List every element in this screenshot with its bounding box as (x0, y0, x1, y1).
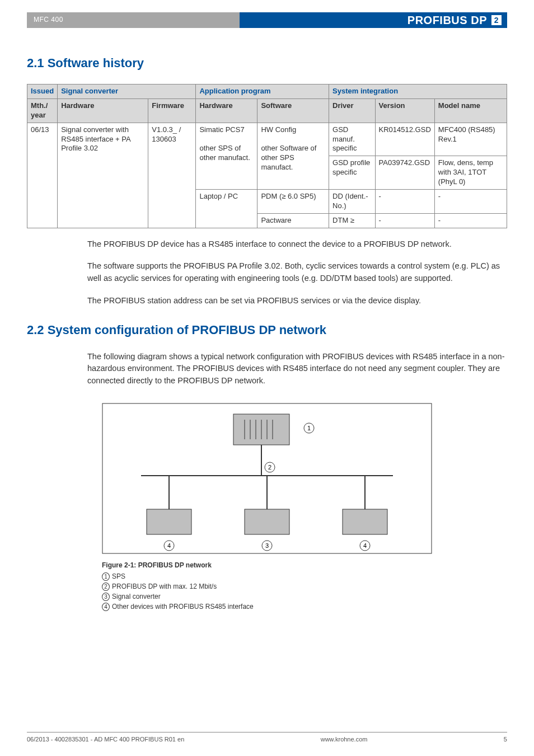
cell-ver2a: - (375, 190, 434, 214)
svg-rect-19 (343, 509, 387, 534)
header-title-bar: PROFIBUS DP 2 (240, 12, 507, 28)
heading-2-2: 2.2 System configuration of PROFIBUS DP … (27, 323, 507, 337)
cell-mdl-b: Flow, dens, temp with 3AI, 1TOT (PhyL 0) (434, 156, 507, 190)
cell-sw-b: other Software of other SPS manufact. (261, 144, 316, 171)
network-diagram: 1 2 4 3 4 Figure 2-1: PROFIBUS DP networ… (102, 403, 432, 612)
cell-sw: HW Config other Software of other SPS ma… (257, 123, 329, 189)
svg-text:1: 1 (307, 425, 311, 431)
cell-ver-a: KR014512.GSD (375, 123, 434, 156)
cell-issued: 06/13 (27, 123, 58, 228)
svg-text:4: 4 (363, 542, 367, 549)
footer-center: www.krohne.com (321, 736, 368, 743)
cell-drv2b: DTM ≥ (329, 213, 376, 228)
cell-mdl-a: MFC400 (RS485) Rev.1 (434, 123, 507, 156)
cell-hw: Signal converter with RS485 interface + … (58, 123, 148, 228)
cell-drv2a: DD (Ident.-No.) (329, 190, 376, 214)
th-system-integration: System integration (329, 84, 507, 99)
cell-sw-a: HW Config (261, 125, 296, 134)
cell-app-hw: Simatic PCS7 other SPS of other manufact… (196, 123, 257, 189)
paragraph-4: The following diagram shows a typical ne… (87, 351, 507, 387)
th-mth-year: Mth./ year (27, 98, 58, 123)
cell-mdl2b: - (434, 213, 507, 228)
th-application-program: Application program (196, 84, 329, 99)
th-issued: Issued (27, 84, 58, 99)
cell-ver-b: PA039742.GSD (375, 156, 434, 190)
cell-fw: V1.0.3_ / 130603 (148, 123, 196, 228)
cell-mdl2a: - (434, 190, 507, 214)
cell-sw2b: Pactware (257, 213, 329, 228)
cell-ver2b: - (375, 213, 434, 228)
cell-drv-a: GSD manuf. specific (329, 123, 376, 156)
svg-rect-17 (147, 509, 191, 534)
figure-legend: 1SPS 2PROFIBUS DP with max. 12 Mbit/s 3S… (102, 571, 432, 612)
legend-2: PROFIBUS DP with max. 12 Mbit/s (112, 583, 217, 590)
paragraph-3: The PROFIBUS station address can be set … (87, 295, 507, 307)
paragraph-1: The PROFIBUS DP device has a RS485 inter… (87, 238, 507, 251)
footer-left: 06/2013 - 4002835301 - AD MFC 400 PROFIB… (27, 736, 184, 743)
figure-caption: Figure 2-1: PROFIBUS DP network (102, 561, 432, 569)
legend-1: SPS (112, 572, 125, 580)
th-hardware: Hardware (58, 98, 148, 123)
th-model-name: Model name (434, 98, 507, 123)
svg-text:2: 2 (268, 464, 271, 471)
th-version: Version (375, 98, 434, 123)
cell-drv-b: GSD profile specific (329, 156, 376, 190)
legend-4: Other devices with PROFIBUS RS485 interf… (112, 603, 254, 611)
cell-app-hw-a: Simatic PCS7 (199, 125, 244, 134)
section-badge: 2 (491, 15, 502, 25)
th-app-hardware: Hardware (196, 98, 257, 123)
software-history-table: Issued Signal converter Application prog… (27, 84, 507, 228)
page-header: MFC 400 PROFIBUS DP 2 (27, 12, 507, 28)
legend-3: Signal converter (112, 593, 161, 600)
th-signal-converter: Signal converter (58, 84, 196, 99)
th-firmware: Firmware (148, 98, 196, 123)
footer-right: 5 (504, 736, 507, 743)
cell-sw2a: PDM (≥ 6.0 SP5) (257, 190, 329, 214)
header-device: MFC 400 (27, 12, 240, 28)
svg-rect-18 (245, 509, 289, 534)
heading-2-1: 2.1 Software history (27, 56, 507, 71)
th-software: Software (257, 98, 329, 123)
th-driver: Driver (329, 98, 376, 123)
paragraph-2: The software supports the PROFIBUS PA Pr… (87, 260, 507, 285)
header-title: PROFIBUS DP (407, 14, 487, 27)
cell-laptop: Laptop / PC (196, 190, 257, 228)
svg-text:4: 4 (167, 542, 171, 549)
cell-app-hw-b: other SPS of other manufact. (199, 144, 250, 162)
svg-text:3: 3 (265, 542, 269, 549)
page-footer: 06/2013 - 4002835301 - AD MFC 400 PROFIB… (27, 732, 507, 743)
